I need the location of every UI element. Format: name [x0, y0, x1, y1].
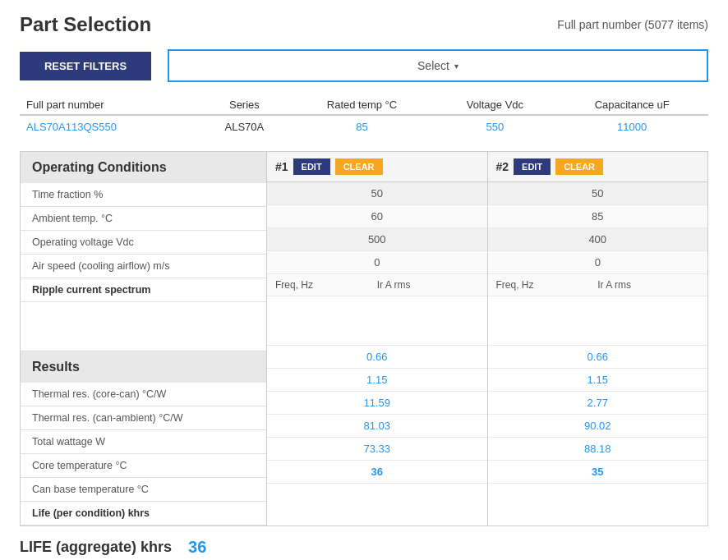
cond1-result-life: 36 [267, 461, 487, 484]
condition-1-edit-button[interactable]: EDIT [293, 158, 330, 175]
cond2-result-thermal-can: 1.15 [488, 369, 708, 392]
reset-filters-button[interactable]: RESET FILTERS [20, 52, 151, 80]
condition-2-header: #2 EDIT CLEAR [488, 152, 708, 182]
cond1-val-ambient: 60 [267, 205, 487, 228]
cond1-val-time: 50 [267, 182, 487, 205]
result-row-life: Life (per condition) khrs [21, 502, 266, 526]
filter-row: RESET FILTERS Select ▾ [20, 49, 708, 82]
select-dropdown[interactable]: Select ▾ [168, 49, 708, 82]
condition-1-column: #1 EDIT CLEAR 50 60 500 0 Freq, Hz Ir A … [267, 152, 488, 526]
conditions-columns: #1 EDIT CLEAR 50 60 500 0 Freq, Hz Ir A … [267, 152, 707, 526]
condition-2-edit-button[interactable]: EDIT [514, 158, 551, 175]
results-header: Results [21, 351, 266, 383]
col-header-capacitance: Capacitance uF [555, 95, 708, 115]
voltage-value: 550 [434, 115, 555, 138]
chevron-down-icon: ▾ [454, 62, 458, 71]
cond1-ir-label: Ir A rms [377, 279, 479, 291]
op-row-operating-voltage: Operating voltage Vdc [21, 231, 266, 255]
cond1-result-thermal-core: 0.66 [267, 346, 487, 369]
result-row-thermal-can: Thermal res. (can-ambient) °C/W [21, 406, 266, 430]
part-number-link[interactable]: ALS70A113QS550 [26, 121, 117, 133]
op-row-ripple-current: Ripple current spectrum [21, 278, 266, 302]
main-grid: Operating Conditions Time fraction % Amb… [20, 151, 708, 526]
cond2-ir-label: Ir A rms [597, 279, 699, 291]
cond1-result-wattage: 11.59 [267, 392, 487, 415]
life-aggregate-label: LIFE (aggregate) khrs [20, 539, 172, 556]
cond1-spectrum-space [267, 296, 487, 346]
result-row-thermal-core: Thermal res. (core-can) °C/W [21, 383, 266, 406]
result-row-core-temp: Core temperature °C [21, 454, 266, 478]
cond2-val-ambient: 85 [488, 205, 708, 228]
cond2-val-time: 50 [488, 182, 708, 205]
cond2-freq-label: Freq, Hz [496, 279, 598, 291]
condition-2-clear-button[interactable]: CLEAR [555, 158, 603, 175]
op-row-ambient-temp: Ambient temp. °C [21, 207, 266, 231]
table-row: ALS70A113QS550 ALS70A 85 550 11000 [20, 115, 708, 138]
op-row-air-speed: Air speed (cooling airflow) m/s [21, 255, 266, 278]
result-row-can-base-temp: Can base temperature °C [21, 478, 266, 502]
capacitance-value: 11000 [555, 115, 708, 138]
col-header-series: Series [199, 95, 289, 115]
left-panel: Operating Conditions Time fraction % Amb… [21, 152, 267, 526]
cond2-spectrum-space [488, 296, 708, 346]
condition-2-column: #2 EDIT CLEAR 50 85 400 0 Freq, Hz Ir A … [488, 152, 708, 526]
col-header-rated-temp: Rated temp °C [290, 95, 435, 115]
cond2-result-life: 35 [488, 461, 708, 484]
life-aggregate-value: 36 [188, 538, 206, 557]
cond2-result-thermal-core: 0.66 [488, 346, 708, 369]
cond2-result-wattage: 2.77 [488, 392, 708, 415]
col-header-voltage: Voltage Vdc [434, 95, 555, 115]
cond1-val-voltage: 500 [267, 228, 487, 251]
condition-1-num: #1 [275, 160, 288, 173]
cond2-val-airspeed: 0 [488, 251, 708, 274]
condition-2-num: #2 [496, 160, 509, 173]
cond2-result-core-temp: 90.02 [488, 415, 708, 438]
condition-1-header: #1 EDIT CLEAR [267, 152, 487, 182]
full-part-label: Full part number (5077 items) [557, 18, 708, 31]
cond1-result-thermal-can: 1.15 [267, 369, 487, 392]
cond1-result-core-temp: 81.03 [267, 415, 487, 438]
page-title: Part Selection [20, 13, 151, 36]
condition-1-clear-button[interactable]: CLEAR [335, 158, 383, 175]
series-value: ALS70A [199, 115, 289, 138]
page-header: Part Selection Full part number (5077 it… [20, 13, 708, 36]
cond2-spectrum-header: Freq, Hz Ir A rms [488, 274, 708, 296]
cond1-result-can-base: 73.33 [267, 438, 487, 461]
cond1-freq-label: Freq, Hz [275, 279, 377, 291]
part-table: Full part number Series Rated temp °C Vo… [20, 95, 708, 138]
footer-row: LIFE (aggregate) khrs 36 [20, 526, 708, 560]
rated-temp-value: 85 [290, 115, 435, 138]
cond2-val-voltage: 400 [488, 228, 708, 251]
col-header-part-number: Full part number [20, 95, 199, 115]
operating-conditions-header: Operating Conditions [21, 152, 266, 183]
cond2-result-can-base: 88.18 [488, 438, 708, 461]
op-row-time-fraction: Time fraction % [21, 183, 266, 207]
result-row-total-wattage: Total wattage W [21, 430, 266, 454]
select-label: Select [417, 59, 449, 72]
cond1-spectrum-header: Freq, Hz Ir A rms [267, 274, 487, 296]
cond1-val-airspeed: 0 [267, 251, 487, 274]
